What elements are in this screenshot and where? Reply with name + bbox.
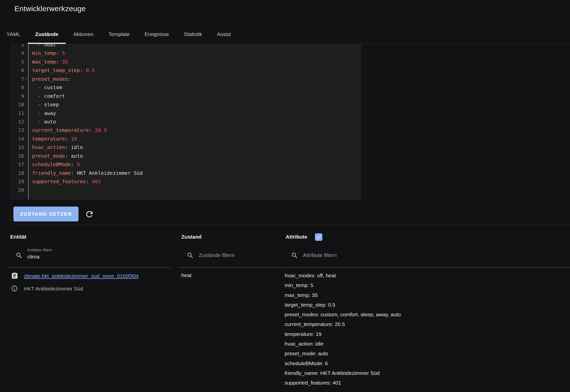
line-number: 5 <box>11 58 28 66</box>
code-line[interactable]: target_temp_step: 0.5 <box>29 66 361 74</box>
attribute-line: min_temp: 5 <box>285 280 401 290</box>
line-number: 19 <box>11 177 28 186</box>
code-line[interactable]: preset_mode: auto <box>29 152 361 160</box>
attribute-line: target_temp_step: 0.5 <box>285 300 401 310</box>
code-line[interactable]: max_temp: 35 <box>29 58 361 66</box>
line-number: 4 <box>11 49 28 57</box>
code-line[interactable]: - auto <box>29 117 361 126</box>
entity-filter-input[interactable] <box>27 254 166 260</box>
code-line[interactable]: - heat <box>29 44 361 49</box>
code-line[interactable]: friendly_name: HKT Ankleidezimmer Süd <box>29 169 361 177</box>
tab-template[interactable]: Template <box>101 24 137 44</box>
attribute-line: supported_features: 401 <box>285 378 401 388</box>
tab-bar: YAMLZuständeAktionenTemplateEreignisseSt… <box>0 24 238 44</box>
state-column-header: Zustand <box>181 234 202 240</box>
entity-column-header: Entität <box>10 234 26 240</box>
attribute-line: hvac_action: idle <box>285 339 401 349</box>
refresh-button[interactable] <box>84 209 95 219</box>
state-filter-input[interactable] <box>199 252 278 258</box>
attribute-line: temperature: 19 <box>285 329 401 339</box>
fold-chevron-down-icon[interactable] <box>24 77 28 81</box>
entity-attributes-list: hvac_modes: off, heatmin_temp: 5max_temp… <box>285 271 401 388</box>
code-line[interactable]: supported_features: 401 <box>29 177 361 186</box>
tab-ereignisse[interactable]: Ereignisse <box>137 24 176 44</box>
search-icon <box>15 252 23 259</box>
line-number: 14 <box>11 135 28 143</box>
code-line[interactable]: - comfort <box>29 92 361 100</box>
search-icon <box>187 252 194 259</box>
line-number: 11 <box>11 109 28 117</box>
line-number: 16 <box>11 152 28 160</box>
code-line[interactable]: current_temperature: 20.5 <box>29 126 361 134</box>
info-icon[interactable] <box>11 285 18 292</box>
code-line[interactable] <box>29 186 361 194</box>
code-line[interactable]: - sleep <box>29 100 361 109</box>
refresh-icon <box>85 210 94 219</box>
line-number: 20 <box>11 186 28 194</box>
page-title: Entwicklerwerkzeuge <box>14 4 86 13</box>
editor-code-area[interactable]: - heatmin_temp: 5max_temp: 35target_temp… <box>29 44 361 200</box>
attribute-filter-underline <box>284 267 570 268</box>
checkmark-icon <box>316 234 322 240</box>
tab-statistik[interactable]: Statistik <box>176 24 210 44</box>
attribute-line: scheduleBMode: 6 <box>285 358 401 368</box>
line-number: 6 <box>11 66 28 74</box>
line-number: 3 <box>11 44 28 49</box>
attribute-line: max_temp: 35 <box>285 290 401 300</box>
line-number: 15 <box>11 143 28 151</box>
attribute-line: current_temperature: 20.5 <box>285 319 401 329</box>
attribute-line: preset_modes: custom, comfort, sleep, aw… <box>285 310 401 319</box>
show-attributes-checkbox[interactable] <box>315 233 322 241</box>
state-filter-underline <box>179 267 282 268</box>
developer-tools-page: Entwicklerwerkzeuge YAMLZuständeAktionen… <box>0 0 570 392</box>
entity-filter-underline <box>7 267 170 268</box>
code-line[interactable]: hvac_action: idle <box>29 143 361 151</box>
yaml-code-editor[interactable]: 34567891011121314151617181920 - heatmin_… <box>11 44 361 200</box>
code-line[interactable]: - away <box>29 109 361 117</box>
search-icon <box>291 252 298 259</box>
attribute-line: preset_mode: auto <box>285 349 401 358</box>
code-line[interactable]: scheduleBMode: 6 <box>29 160 361 169</box>
entity-friendly-name: HKT Ankleidezimmer Süd <box>24 286 83 292</box>
entity-filter-label: Entitäten filtern <box>27 248 52 252</box>
tab-zust-nde[interactable]: Zustände <box>28 24 66 44</box>
line-number: 18 <box>11 169 28 177</box>
entity-id-link[interactable]: climate.hkt_ankleidezimmer_sud_none_0100… <box>24 273 139 279</box>
copy-to-clipboard-icon[interactable] <box>11 272 18 280</box>
line-number: 7 <box>11 75 28 83</box>
tab-aktionen[interactable]: Aktionen <box>66 24 101 44</box>
editor-gutter: 34567891011121314151617181920 <box>11 44 29 200</box>
entity-state-value: heat <box>181 272 191 278</box>
attribute-line: hvac_modes: off, heat <box>285 271 401 280</box>
attribute-line: friendly_name: HKT Ankleidezimmer Süd <box>285 368 401 378</box>
tab-yaml[interactable]: YAML <box>0 24 28 44</box>
attribute-filter-input[interactable] <box>303 252 382 258</box>
code-line[interactable]: temperature: 19 <box>29 135 361 143</box>
tab-assist[interactable]: Assist <box>210 24 238 44</box>
line-number: 8 <box>11 83 28 92</box>
attributes-column-header: Attribute <box>286 234 307 240</box>
code-line[interactable]: min_temp: 5 <box>29 49 361 57</box>
set-state-card: 34567891011121314151617181920 - heatmin_… <box>10 44 570 224</box>
line-number: 9 <box>11 92 28 100</box>
line-number: 12 <box>11 117 28 126</box>
code-line[interactable]: - custom <box>29 83 361 92</box>
set-state-button[interactable]: ZUSTAND SETZEN <box>13 207 78 221</box>
line-number: 13 <box>11 126 28 134</box>
code-line[interactable]: preset_modes: <box>29 75 361 83</box>
line-number: 10 <box>11 100 28 109</box>
line-number: 17 <box>11 160 28 169</box>
